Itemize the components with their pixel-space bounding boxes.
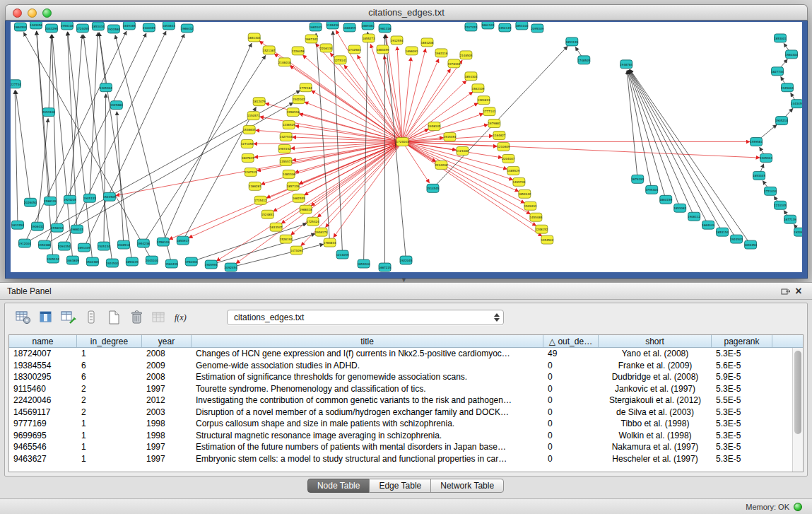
graph-node[interactable]: 1860504 xyxy=(14,23,27,31)
graph-node[interactable]: 2092454 xyxy=(225,263,237,271)
graph-node[interactable]: 2043100 xyxy=(146,256,158,264)
graph-node[interactable]: 1536637 xyxy=(243,126,256,134)
graph-node[interactable]: 1586109 xyxy=(44,197,57,205)
table-row[interactable]: 1872400712008Changes of HCN gene express… xyxy=(9,348,803,360)
window-close-button[interactable] xyxy=(13,8,22,18)
graph-node[interactable]: 1558204 xyxy=(51,223,64,232)
delete-icon[interactable] xyxy=(126,308,146,327)
graph-node[interactable]: 1667342 xyxy=(305,35,318,43)
graph-node[interactable]: 1945604 xyxy=(781,83,794,92)
new-row-icon[interactable] xyxy=(81,308,101,327)
table-row[interactable]: 1938455462009Genome-wide association stu… xyxy=(9,360,803,372)
graph-node[interactable]: 1735412 xyxy=(254,196,267,204)
graph-node[interactable]: 1358109 xyxy=(157,238,170,246)
graph-node[interactable]: 1207433 xyxy=(465,23,478,31)
column-header-in_degree[interactable]: in_degree xyxy=(77,335,142,347)
network-select[interactable]: citations_edges.txt xyxy=(227,310,504,325)
graph-node[interactable]: 1853049 xyxy=(126,257,139,266)
graph-node[interactable]: 1905133 xyxy=(83,194,96,202)
graph-node[interactable]: 1906112 xyxy=(688,212,700,221)
graph-node[interactable]: 1164627 xyxy=(493,132,505,140)
column-header-out_degree[interactable]: △ out_de… xyxy=(543,335,599,347)
graph-node[interactable]: 1236529 xyxy=(283,121,295,129)
network-graph[interactable]: 1724043186130415213672146018122605816673… xyxy=(11,22,802,272)
graph-node[interactable]: 1857339 xyxy=(287,182,300,190)
graph-node[interactable]: 1777143 xyxy=(483,107,496,116)
graph-node[interactable]: 1666459 xyxy=(343,23,356,32)
graph-node[interactable]: 1861304 xyxy=(248,33,261,42)
graph-node[interactable]: 1924500 xyxy=(106,259,119,267)
graph-node[interactable]: 1912554 xyxy=(391,36,404,45)
graph-node[interactable]: 1562109 xyxy=(472,84,485,93)
graph-node[interactable]: 1205134 xyxy=(47,255,59,263)
close-icon[interactable]: × xyxy=(792,286,805,297)
graph-node[interactable]: 2100365 xyxy=(143,23,155,32)
graph-node[interactable]: 1954502 xyxy=(541,235,553,244)
graph-node[interactable]: 1725424 xyxy=(307,217,319,226)
graph-node[interactable]: 1275141 xyxy=(334,56,347,64)
graph-node[interactable]: 1355571 xyxy=(280,157,293,165)
column-header-name[interactable]: name xyxy=(9,335,77,347)
graph-node[interactable]: 2146018 xyxy=(278,58,291,66)
graph-node[interactable]: 1210609 xyxy=(497,143,510,151)
graph-node[interactable]: 1455465 xyxy=(529,213,542,221)
graph-node[interactable]: 1855273 xyxy=(363,34,375,42)
show-columns-icon[interactable] xyxy=(36,308,56,327)
graph-node[interactable]: 1958518 xyxy=(287,108,300,117)
graph-node[interactable]: 1515454 xyxy=(444,133,457,141)
graph-node[interactable]: 1696091 xyxy=(406,47,418,55)
graph-node[interactable]: 1186281 xyxy=(249,182,261,190)
graph-node[interactable]: 1956108 xyxy=(61,22,73,30)
graph-node[interactable]: 1667215 xyxy=(379,263,392,271)
graph-node[interactable]: 1958145 xyxy=(428,122,441,131)
graph-node[interactable]: 1633547 xyxy=(270,223,283,231)
graph-node[interactable]: 1663459 xyxy=(377,45,389,54)
column-header-short[interactable]: short xyxy=(599,335,712,347)
graph-node[interactable]: 1542002 xyxy=(293,95,305,104)
graph-node[interactable]: 1732584 xyxy=(348,45,361,54)
graph-node[interactable]: 1267315 xyxy=(245,168,257,176)
graph-node[interactable]: 1248152 xyxy=(535,225,548,233)
graph-node[interactable]: 1853139 xyxy=(565,37,578,46)
graph-node[interactable]: 1724043 xyxy=(396,138,409,146)
graph-node[interactable]: 1920584 xyxy=(107,25,120,33)
graph-node[interactable]: 1560300 xyxy=(785,50,798,59)
graph-node[interactable]: 1305304 xyxy=(100,83,112,92)
graph-node[interactable]: 1860159 xyxy=(659,195,672,204)
graph-node[interactable]: 2148505 xyxy=(460,51,473,59)
graph-node[interactable]: 1528192 xyxy=(280,235,293,243)
graph-node[interactable]: 1920945 xyxy=(794,228,802,236)
graph-node[interactable]: 1906432 xyxy=(31,222,44,230)
graph-node[interactable]: 1924503 xyxy=(730,235,743,243)
graph-node[interactable]: 1524509 xyxy=(103,192,116,201)
graph-node[interactable]: 1662555 xyxy=(293,194,305,202)
graph-node[interactable]: 1807815 xyxy=(242,153,254,162)
graph-node[interactable]: 1669361 xyxy=(362,22,375,30)
graph-node[interactable]: 1925684 xyxy=(110,101,123,110)
table-row[interactable]: 946554611997Estimation of the future num… xyxy=(9,441,803,453)
graph-node[interactable]: 1968418 xyxy=(300,205,312,214)
graph-node[interactable]: 1271056 xyxy=(241,140,254,148)
graph-node[interactable]: 1724055 xyxy=(76,24,89,33)
table-row[interactable]: 911546021997Tourette syndrome. Phenomeno… xyxy=(9,383,803,395)
graph-node[interactable]: 1463056 xyxy=(30,22,42,29)
graph-node[interactable]: 1983116 xyxy=(435,49,448,57)
graph-node[interactable]: 2206134 xyxy=(320,44,333,52)
graph-node[interactable]: 1473094 xyxy=(290,246,303,255)
table-row[interactable]: 969969511998Structural magnetic resonanc… xyxy=(9,430,803,442)
graph-node[interactable]: 1854942 xyxy=(518,189,531,198)
splitter-handle[interactable]: ▼ xyxy=(401,277,407,284)
graph-node[interactable]: 1853917 xyxy=(177,236,189,245)
graph-node[interactable]: 1677139 xyxy=(784,215,796,223)
graph-node[interactable]: 1214059 xyxy=(336,250,349,259)
graph-node[interactable]: 1936174 xyxy=(315,228,328,236)
window-titlebar[interactable]: citations_edges.txt xyxy=(5,4,808,21)
new-file-icon[interactable] xyxy=(104,308,124,327)
graph-node[interactable]: 1320813 xyxy=(478,96,490,105)
graph-node[interactable]: 1502369 xyxy=(86,257,99,266)
graph-node[interactable]: 1559581 xyxy=(750,138,763,146)
graph-node[interactable]: 1495709 xyxy=(512,177,525,186)
graph-node[interactable]: 1946784 xyxy=(620,60,632,69)
graph-node[interactable]: 1721034 xyxy=(764,187,777,195)
graph-node[interactable]: 1924205 xyxy=(64,195,76,204)
